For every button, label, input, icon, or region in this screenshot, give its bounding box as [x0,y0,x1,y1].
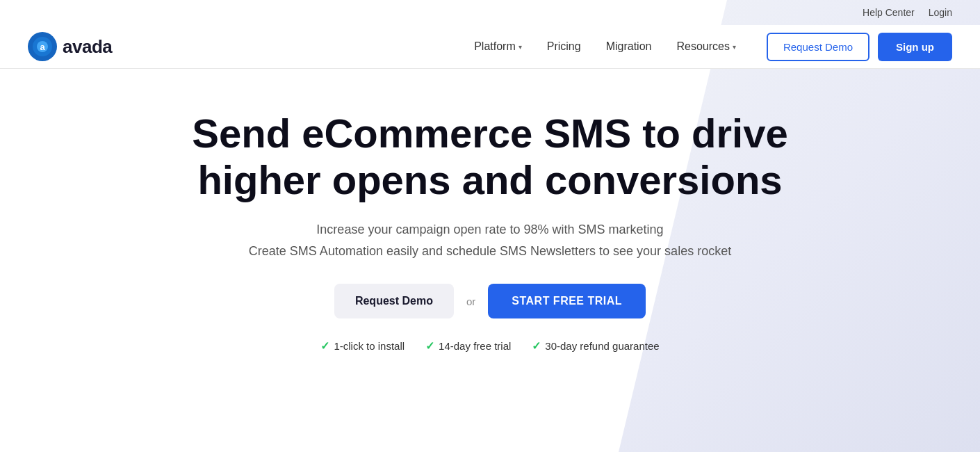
hero-trial-button[interactable]: START FREE TRIAL [488,284,646,318]
navbar: a avada Platform ▾ Pricing Migration Res… [0,25,980,69]
check-install-icon: ✓ [320,339,329,353]
resources-chevron-icon: ▾ [733,43,736,51]
utility-bar: Help Center Login [0,0,980,25]
nav-pricing[interactable]: Pricing [537,35,591,58]
check-trial-icon: ✓ [425,339,434,353]
nav-platform[interactable]: Platform ▾ [464,35,532,58]
nav-migration[interactable]: Migration [596,35,662,58]
hero-section: Send eCommerce SMS to drive higher opens… [0,69,980,380]
check-refund-icon: ✓ [532,339,541,353]
hero-subtitle2: Create SMS Automation easily and schedul… [249,244,731,259]
nav-actions: Request Demo Sign up [767,33,952,61]
logo-area[interactable]: a avada [28,32,112,61]
badge-trial-text: 14-day free trial [439,340,511,352]
hero-badges: ✓ 1-click to install ✓ 14-day free trial… [320,339,659,353]
svg-text:a: a [40,42,45,52]
or-separator: or [466,296,475,307]
nav-links: Platform ▾ Pricing Migration Resources ▾ [464,35,746,58]
nav-resources[interactable]: Resources ▾ [667,35,745,58]
badge-refund-text: 30-day refund guarantee [545,340,659,352]
platform-chevron-icon: ▾ [518,43,522,51]
signup-button[interactable]: Sign up [878,33,952,61]
hero-cta: Request Demo or START FREE TRIAL [334,284,646,318]
hero-title: Send eCommerce SMS to drive higher opens… [192,111,787,203]
help-center-link[interactable]: Help Center [863,7,915,18]
logo-icon: a [28,32,57,61]
hero-subtitle1: Increase your campaign open rate to 98% … [316,223,663,237]
badge-refund: ✓ 30-day refund guarantee [532,339,659,353]
login-link[interactable]: Login [929,7,952,18]
badge-install: ✓ 1-click to install [320,339,405,353]
badge-install-text: 1-click to install [334,340,405,352]
badge-trial: ✓ 14-day free trial [425,339,511,353]
logo-text: avada [63,36,112,58]
request-demo-button[interactable]: Request Demo [767,33,869,61]
hero-demo-button[interactable]: Request Demo [334,284,454,318]
